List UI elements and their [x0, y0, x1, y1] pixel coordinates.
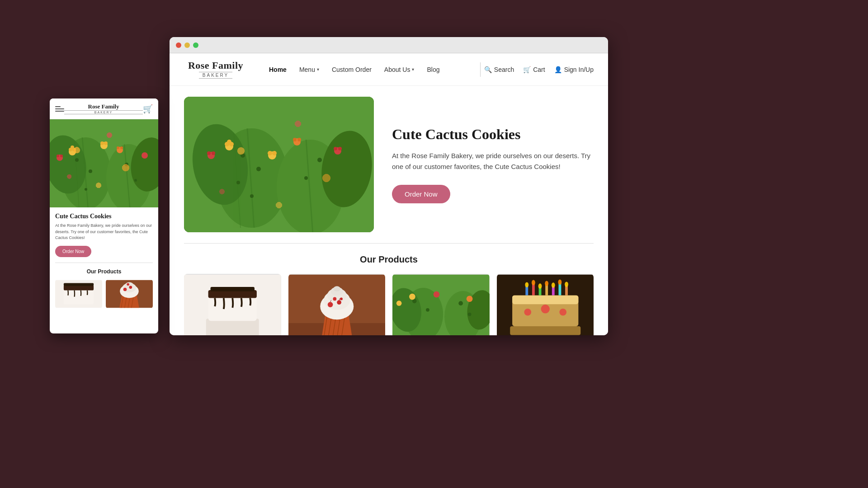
cart-action[interactable]: 🛒 Cart	[523, 66, 545, 73]
svg-point-8	[241, 153, 245, 158]
svg-point-82	[565, 282, 568, 287]
mobile-order-button[interactable]: Order Now	[55, 246, 91, 257]
svg-point-101	[134, 179, 137, 182]
svg-point-93	[127, 135, 158, 194]
nav-home[interactable]: Home	[269, 66, 287, 73]
maximize-dot[interactable]	[193, 42, 198, 48]
svg-point-3	[277, 140, 344, 232]
hero-text: Cute Cactus Cookies At the Rose Family B…	[392, 126, 594, 203]
svg-line-7	[306, 140, 313, 232]
hamburger-menu[interactable]	[55, 106, 64, 112]
mobile-products-grid	[55, 279, 153, 309]
chevron-down-icon: ▾	[317, 67, 319, 72]
svg-point-63	[468, 313, 472, 316]
site-logo[interactable]: Rose Family BAKERY	[184, 60, 247, 79]
svg-point-115	[120, 146, 123, 149]
mobile-cart-icon[interactable]: 🛒	[143, 104, 153, 114]
svg-point-77	[532, 280, 535, 286]
svg-point-65	[434, 291, 440, 298]
mobile-product-cupcake[interactable]	[106, 279, 153, 309]
svg-point-85	[524, 309, 531, 316]
svg-point-23	[212, 151, 215, 155]
svg-line-94	[82, 137, 88, 207]
cactus-svg	[184, 97, 374, 232]
svg-point-78	[538, 283, 542, 289]
svg-point-29	[297, 138, 301, 141]
nav-links: Home Menu ▾ Custom Order About Us ▾ Blog	[269, 66, 476, 73]
svg-rect-31	[206, 319, 259, 335]
svg-point-22	[207, 151, 211, 155]
search-icon: 🔍	[484, 66, 492, 73]
nav-actions: 🔍 Search 🛒 Cart 👤 Sign In/Up	[484, 66, 594, 73]
cactus-small-image	[392, 274, 490, 335]
svg-point-81	[558, 280, 561, 285]
svg-point-10	[250, 194, 254, 198]
hero-image	[184, 97, 374, 232]
svg-line-95	[75, 142, 79, 207]
user-icon: 👤	[554, 66, 562, 73]
mobile-navbar: Rose Family BAKERY 🛒	[50, 99, 158, 119]
mobile-browser: Rose Family BAKERY 🛒	[50, 99, 158, 333]
svg-point-27	[293, 138, 301, 145]
product-card-cactus[interactable]	[392, 274, 490, 335]
svg-point-16	[229, 142, 234, 146]
svg-point-91	[50, 132, 91, 197]
nav-about-us[interactable]: About Us ▾	[384, 66, 415, 73]
svg-point-51	[333, 297, 336, 301]
mobile-products-title: Our Products	[55, 268, 153, 275]
svg-point-103	[69, 148, 72, 151]
nav-blog[interactable]: Blog	[427, 66, 439, 73]
svg-point-2	[186, 120, 254, 209]
logo-subtitle: BAKERY	[199, 72, 232, 79]
svg-point-97	[75, 158, 79, 162]
svg-point-49	[327, 302, 333, 307]
cart-icon: 🛒	[523, 66, 531, 73]
hamburger-line-1	[55, 106, 61, 107]
svg-point-14	[225, 142, 233, 150]
mobile-product-chocolate-cake[interactable]	[55, 279, 102, 309]
svg-point-64	[409, 294, 415, 300]
mobile-logo-subtitle: BAKERY	[64, 110, 143, 114]
svg-point-106	[100, 142, 108, 149]
svg-rect-84	[512, 296, 578, 305]
svg-point-1	[216, 128, 288, 228]
nav-custom-order[interactable]: Custom Order	[332, 66, 372, 73]
svg-point-100	[125, 163, 128, 166]
product-card-birthday[interactable]	[497, 274, 594, 335]
mobile-choc-cake	[55, 279, 102, 309]
mobile-cupcake	[106, 279, 153, 309]
svg-point-79	[545, 281, 548, 286]
svg-point-4	[317, 127, 374, 211]
close-dot[interactable]	[176, 42, 181, 48]
products-section: Our Products	[170, 244, 608, 335]
svg-point-92	[106, 144, 151, 207]
svg-point-105	[71, 145, 74, 149]
product-card-cupcake[interactable]	[288, 274, 386, 335]
svg-point-109	[57, 155, 63, 161]
product-card-chocolate-cake[interactable]	[184, 274, 281, 335]
svg-point-15	[225, 142, 229, 146]
svg-line-5	[247, 128, 254, 228]
svg-point-80	[551, 282, 555, 288]
svg-rect-74	[558, 283, 561, 295]
svg-point-87	[559, 309, 566, 316]
search-action[interactable]: 🔍 Search	[484, 66, 514, 73]
nav-menu[interactable]: Menu ▾	[299, 66, 319, 73]
svg-point-66	[467, 296, 473, 302]
products-grid	[184, 274, 594, 335]
svg-point-50	[337, 300, 341, 305]
svg-point-98	[89, 169, 92, 173]
cactus-cookie-image	[184, 97, 374, 232]
svg-point-90	[61, 137, 111, 207]
svg-point-128	[123, 287, 127, 291]
signin-action[interactable]: 👤 Sign In/Up	[554, 66, 594, 73]
mobile-divider	[55, 263, 153, 263]
svg-point-104	[72, 148, 76, 151]
hamburger-line-2	[55, 108, 64, 109]
svg-point-99	[85, 188, 87, 191]
svg-point-17	[227, 140, 231, 144]
order-now-button[interactable]: Order Now	[392, 185, 450, 203]
svg-line-96	[124, 144, 130, 207]
minimize-dot[interactable]	[184, 42, 190, 48]
mobile-logo[interactable]: Rose Family BAKERY	[64, 103, 143, 114]
